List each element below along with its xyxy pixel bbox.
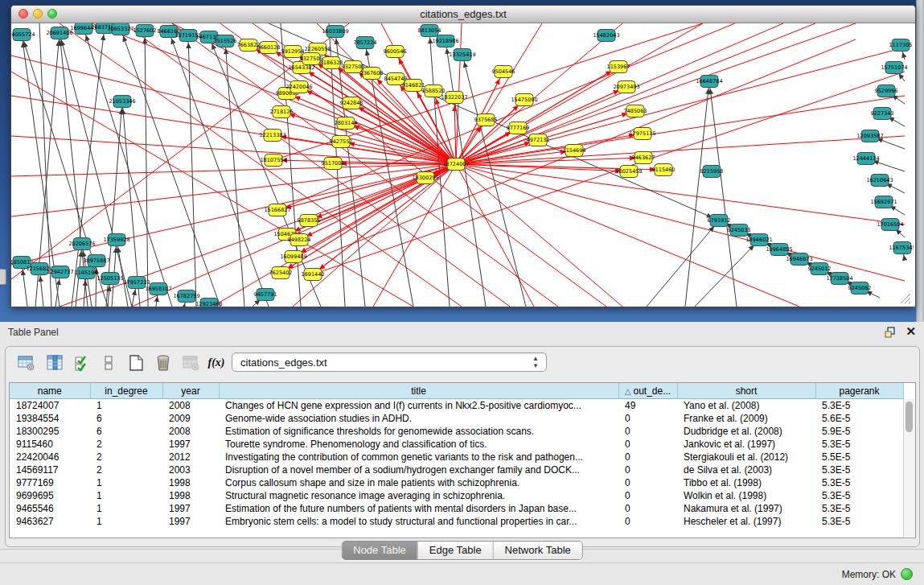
select-all-icon[interactable] [73, 353, 92, 373]
table-row[interactable]: 977716911998Corpus callosum shape and si… [10, 476, 903, 489]
minimize-button[interactable] [33, 9, 43, 19]
function-builder-icon[interactable]: f(x) [207, 353, 226, 373]
table-row[interactable]: 1938455462009Genome-wide association stu… [10, 412, 903, 425]
graph-node[interactable]: 18107554 [260, 154, 286, 167]
graph-node[interactable]: 9242848 [340, 97, 363, 109]
graph-node[interactable]: 9457791 [254, 289, 277, 301]
table-row[interactable]: 2242004622012Investigating the contribut… [10, 451, 903, 463]
graph-node[interactable]: 9498224 [288, 234, 311, 246]
graph-node[interactable]: 9115460 [652, 164, 676, 176]
resize-grip-icon[interactable] [897, 290, 912, 305]
import-table-icon[interactable] [181, 353, 200, 373]
graph-node[interactable]: 9463627 [632, 152, 655, 164]
graph-node[interactable]: 1691440 [302, 269, 325, 281]
graph-node[interactable]: 9245062 [848, 282, 872, 295]
column-header-title[interactable]: title [219, 383, 618, 399]
graph-node[interactable]: 2803144 [335, 117, 358, 130]
graph-node[interactable]: 1145194 [75, 267, 98, 279]
graph-node[interactable]: 9660128 [257, 42, 281, 54]
graph-node[interactable]: 7625402 [269, 267, 293, 279]
node-table-grid: namein_degreeyeartitle△out_de...shortpag… [10, 383, 904, 528]
table-row[interactable]: 1456911722003Disruption of a novel membe… [10, 463, 903, 476]
column-header-pagerank[interactable]: pagerank [815, 383, 903, 399]
collapsed-panel-strip[interactable] [916, 0, 924, 322]
memory-ok-indicator-icon[interactable] [901, 568, 913, 580]
graph-node[interactable]: 8186328 [320, 57, 343, 69]
tab-network-table[interactable]: Network Table [493, 542, 582, 559]
graph-node[interactable]: 11675345 [889, 242, 914, 254]
network-canvas[interactable]: 2405572420691406169964432663716410653327… [11, 23, 914, 307]
table-selector-dropdown[interactable]: citations_edges.txt ▲▼ [232, 352, 547, 372]
graph-node[interactable]: 1117305 [889, 39, 913, 51]
graph-node[interactable]: 2718126 [270, 106, 294, 118]
graph-node[interactable]: 20206576 [68, 238, 95, 250]
graph-node[interactable]: 9227343 [871, 108, 894, 120]
column-header-in_degree[interactable]: in_degree [90, 383, 162, 399]
table-row[interactable]: 969969511998Structural magnetic resonanc… [10, 489, 903, 502]
graph-node[interactable]: 8813054 [418, 25, 441, 37]
float-panel-icon[interactable] [884, 326, 897, 339]
column-header-short[interactable]: short [677, 383, 815, 399]
panel-collapse-handle[interactable] [0, 269, 6, 285]
column-header-out_de[interactable]: △out_de... [618, 383, 677, 399]
window-title: citations_edges.txt [420, 8, 507, 20]
graph-node[interactable]: 17359928 [103, 234, 129, 246]
graph-node[interactable]: 7515526 [214, 35, 237, 47]
delete-table-icon[interactable] [154, 353, 173, 373]
column-header-year[interactable]: year [162, 383, 219, 399]
table-scrollbar[interactable] [903, 399, 915, 537]
table-row[interactable]: 911546021997Tourette syndrome. Phenomeno… [10, 438, 903, 451]
graph-node[interactable]: 1153967 [607, 61, 630, 73]
graph-node[interactable]: 9245012 [808, 263, 832, 275]
graph-node[interactable]: 9245033 [728, 225, 751, 237]
graph-node[interactable]: 15482043 [593, 30, 619, 42]
scrollbar-thumb[interactable] [906, 402, 913, 432]
graph-node[interactable]: 1154694 [563, 145, 586, 157]
close-panel-icon[interactable]: ✕ [906, 324, 916, 339]
graph-node[interactable]: 21053346 [109, 96, 135, 108]
graph-node[interactable]: 16648784 [696, 76, 722, 88]
tab-edge-table[interactable]: Edge Table [417, 542, 493, 559]
window-titlebar[interactable]: citations_edges.txt [11, 6, 915, 23]
graph-node[interactable]: 9504546 [492, 66, 515, 78]
table-row[interactable]: 1872400712008Changes of HCN gene express… [10, 399, 903, 413]
graph-node[interactable]: 9517008 [322, 158, 345, 170]
graph-node[interactable]: 20691406 [46, 27, 72, 39]
graph-node[interactable]: 9427552 [330, 136, 353, 148]
merge-rows-icon[interactable] [99, 353, 118, 373]
svg-text:9660128: 9660128 [257, 44, 281, 51]
tab-node-table[interactable]: Node Table [342, 542, 417, 559]
graph-node[interactable]: 9600546 [384, 46, 407, 58]
column-header-name[interactable]: name [10, 383, 90, 399]
graph-node[interactable]: 17016504 [877, 219, 903, 231]
graph-node[interactable]: 5878355 [298, 215, 321, 227]
table-row[interactable]: 946362711997Embryonic stem cells: a mode… [10, 515, 903, 528]
close-button[interactable] [18, 9, 28, 19]
graph-node[interactable]: 9529966 [875, 85, 898, 97]
table-row[interactable]: 1830029562008Estimation of significance … [10, 425, 903, 438]
network-view-window[interactable]: citations_edges.txt 24055724206914061699… [10, 5, 916, 307]
svg-text:8215958: 8215958 [700, 168, 724, 175]
graph-node[interactable]: 30975887 [83, 255, 109, 267]
graph-node[interactable]: 24055724 [11, 29, 35, 41]
graph-node[interactable]: 1527602 [133, 25, 157, 37]
new-table-icon[interactable] [126, 353, 146, 373]
graph-node[interactable]: 6791912 [708, 215, 731, 227]
graph-node[interactable]: 13325419 [449, 49, 475, 61]
table-row[interactable]: 946554611997Estimation of the future num… [10, 502, 903, 515]
table-settings-icon[interactable] [17, 353, 36, 373]
citation-network-graph[interactable]: 2405572420691406169964432663716410653327… [11, 23, 914, 307]
graph-node[interactable]: 9777169 [507, 122, 530, 134]
table-column-icon[interactable] [45, 353, 64, 373]
graph-node[interactable]: 7857224 [354, 37, 377, 49]
graph-node[interactable]: 15475090 [511, 94, 537, 106]
graph-node[interactable]: 10025458 [615, 166, 642, 178]
zoom-button[interactable] [47, 9, 57, 19]
graph-node[interactable]: 4972131 [527, 134, 550, 146]
graph-node[interactable]: 8215958 [700, 166, 724, 178]
graph-node[interactable]: 2367608 [360, 68, 384, 80]
graph-node[interactable]: 9375685 [474, 114, 498, 126]
graph-node[interactable]: 12505135 [97, 273, 123, 285]
graph-node[interactable]: 16033809 [322, 26, 348, 38]
graph-node[interactable]: 7485063 [624, 105, 647, 117]
